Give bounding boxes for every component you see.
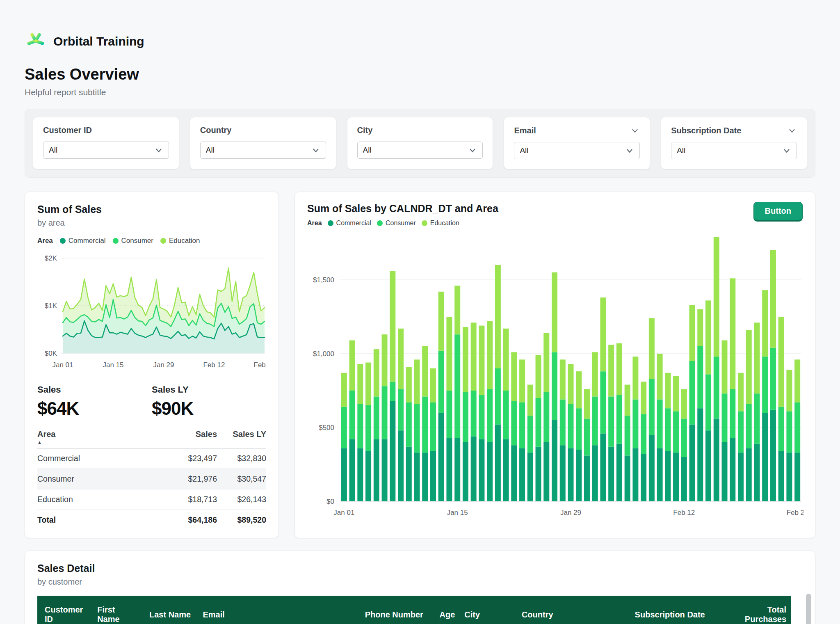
action-button[interactable]: Button — [753, 202, 803, 222]
chevron-down-icon — [468, 146, 477, 155]
filter-label: Email — [514, 126, 536, 135]
column-header-customer-id[interactable]: Customer ID — [37, 596, 92, 624]
column-header-last-name[interactable]: Last Name — [144, 596, 198, 624]
legend-item-consumer[interactable]: Consumer — [377, 219, 416, 227]
legend-item-commercial[interactable]: Commercial — [60, 237, 106, 245]
dropdown-value: All — [363, 146, 372, 155]
dropdown-value: All — [206, 146, 215, 155]
svg-text:$2K: $2K — [45, 254, 57, 262]
sort-ascending-icon: ▲ — [37, 440, 168, 445]
consumer-dot-icon — [113, 238, 119, 244]
chevron-down-icon — [782, 146, 791, 155]
dropdown-value: All — [49, 146, 57, 155]
column-header-city[interactable]: City — [459, 596, 517, 624]
page-title: Sales Overview — [25, 66, 815, 83]
commercial-dot-icon — [328, 220, 333, 226]
column-header-total-purchases[interactable]: Total Purchases — [728, 596, 791, 624]
sales-detail-table: Customer ID First Name Last Name Email P… — [37, 596, 791, 624]
collapse-chevron-icon[interactable] — [787, 126, 797, 135]
legend-label: Consumer — [121, 237, 153, 245]
vertical-scrollbar[interactable] — [806, 594, 811, 624]
filter-city: City All — [347, 117, 493, 169]
column-header-email[interactable]: Email — [198, 596, 360, 624]
kpi-sales: Sales $64K — [37, 384, 152, 419]
svg-text:Jan 15: Jan 15 — [447, 509, 468, 517]
filter-customer-id: Customer ID All — [33, 117, 179, 169]
sum-of-sales-card: Sum of Sales by area Area Commercial Con… — [25, 192, 279, 538]
area-summary-table: Area ▲ Sales Sales LY Commercial $23,497… — [37, 430, 266, 530]
kpi-label: Sales — [37, 384, 152, 395]
page-subtitle: Helpful report subtitle — [25, 87, 815, 97]
chevron-down-icon — [154, 146, 163, 155]
table-row-total: Total $64,186 $89,520 — [37, 510, 266, 530]
legend-item-commercial[interactable]: Commercial — [328, 219, 371, 227]
column-header-subscription-date[interactable]: Subscription Date — [630, 596, 728, 624]
legend-label: Commercial — [336, 219, 371, 227]
filter-label: City — [357, 126, 373, 135]
dropdown-value: All — [520, 146, 528, 155]
brand-header: Orbital Training — [25, 0, 815, 53]
svg-text:Jan 01: Jan 01 — [333, 509, 354, 517]
area-chart-legend: Area Commercial Consumer Education — [37, 237, 266, 245]
kpi-sales-ly: Sales LY $90K — [152, 384, 266, 419]
report-page: Orbital Training Sales Overview Helpful … — [0, 0, 840, 624]
svg-text:$0: $0 — [326, 498, 334, 505]
kpi-label: Sales LY — [152, 384, 266, 395]
education-dot-icon — [160, 238, 166, 244]
card-title: Sum of Sales — [37, 203, 266, 215]
svg-text:Jan 29: Jan 29 — [153, 361, 174, 369]
filter-label: Country — [200, 126, 232, 135]
legend-label: Consumer — [386, 219, 416, 227]
kpi-value: $64K — [37, 398, 152, 419]
legend-title: Area — [307, 219, 322, 227]
chevron-down-icon — [311, 146, 320, 155]
svg-text:$1,500: $1,500 — [313, 276, 334, 284]
column-header-sales-ly[interactable]: Sales LY — [217, 430, 266, 448]
card-subtitle: by area — [37, 218, 266, 228]
table-row-consumer[interactable]: Consumer $21,976 $30,547 — [37, 469, 266, 489]
stacked-bar-chart[interactable]: $0$500$1,000$1,500Jan 01Jan 15Jan 29Feb … — [307, 233, 803, 521]
sales-detail-card: Sales Detail by customer Customer ID Fir… — [25, 551, 815, 624]
svg-text:Feb 26: Feb 26 — [787, 509, 803, 517]
card-subtitle: by customer — [37, 577, 803, 587]
legend-item-education[interactable]: Education — [422, 219, 459, 227]
svg-text:Feb 12: Feb 12 — [203, 361, 225, 369]
commercial-dot-icon — [60, 238, 66, 244]
email-dropdown[interactable]: All — [514, 142, 640, 159]
column-header-first-name[interactable]: First Name — [92, 596, 144, 624]
city-dropdown[interactable]: All — [357, 142, 483, 159]
filter-subscription-date: Subscription Date All — [661, 117, 807, 169]
orbital-logo-icon — [25, 30, 47, 53]
card-title: Sales Detail — [37, 562, 803, 574]
collapse-chevron-icon[interactable] — [630, 126, 640, 135]
brand-name: Orbital Training — [53, 34, 144, 48]
customer-id-dropdown[interactable]: All — [43, 142, 169, 159]
card-title: Sum of Sales by CALNDR_DT and Area — [307, 203, 803, 215]
sales-by-date-card: Sum of Sales by CALNDR_DT and Area Butto… — [294, 192, 815, 538]
consumer-dot-icon — [377, 220, 383, 226]
legend-item-education[interactable]: Education — [160, 237, 200, 245]
table-row-education[interactable]: Education $18,713 $26,143 — [37, 489, 266, 510]
country-dropdown[interactable]: All — [200, 142, 326, 159]
legend-item-consumer[interactable]: Consumer — [113, 237, 153, 245]
column-header-country[interactable]: Country — [517, 596, 630, 624]
kpi-value: $90K — [152, 398, 266, 419]
svg-text:$0K: $0K — [45, 350, 57, 357]
subscription-date-dropdown[interactable]: All — [671, 142, 797, 159]
stacked-area-chart[interactable]: $2K$1K$0KJan 01Jan 15Jan 29Feb 12Feb 26 — [37, 251, 266, 375]
svg-text:$500: $500 — [319, 424, 334, 432]
column-header-phone-number[interactable]: Phone Number — [360, 596, 435, 624]
column-header-age[interactable]: Age — [435, 596, 460, 624]
filter-country: Country All — [190, 117, 336, 169]
dropdown-value: All — [677, 146, 685, 155]
table-row-commercial[interactable]: Commercial $23,497 $32,830 — [37, 448, 266, 469]
legend-title: Area — [37, 237, 53, 245]
column-header-area[interactable]: Area ▲ — [37, 430, 168, 448]
filter-label: Customer ID — [43, 126, 92, 135]
svg-text:Feb 12: Feb 12 — [673, 509, 695, 517]
column-header-sales[interactable]: Sales — [168, 430, 217, 448]
filter-panel: Customer ID All Country All City All Ema… — [25, 109, 815, 178]
svg-text:$1K: $1K — [45, 302, 57, 310]
legend-label: Education — [169, 237, 200, 245]
bar-chart-legend: Area Commercial Consumer Education — [307, 219, 803, 227]
